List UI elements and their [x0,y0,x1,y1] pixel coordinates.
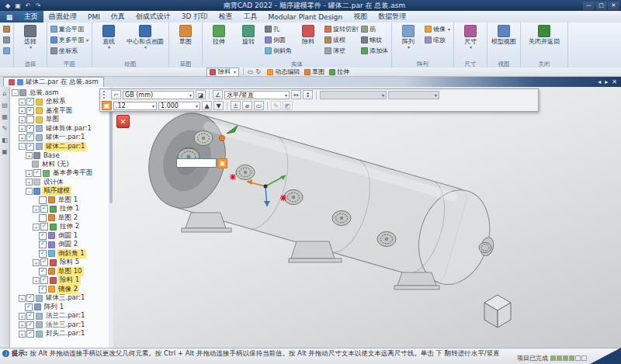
tree-item[interactable]: +✓拉伸 1 [10,205,113,214]
tree-item[interactable]: +Base [10,151,113,161]
lock-value-button[interactable]: ▣ [217,158,227,168]
ribbon-button-addbody[interactable]: 添加体 [359,45,390,56]
orientation-select[interactable]: 水平/竖直▾ [224,91,290,99]
cancel-command-button[interactable]: ✕ [116,115,130,128]
ribbon-button-closeret[interactable]: 关闭并返回 [522,23,566,59]
expand-toggle-icon[interactable]: + [19,321,26,328]
quick-item-sketch[interactable]: 草图 [304,68,324,76]
ribbon-button-draft[interactable]: 拔模 [323,34,359,45]
expand-toggle-icon[interactable]: + [26,152,33,159]
visibility-checkbox[interactable]: ✓ [39,268,47,276]
tree-item[interactable]: ✓草图 10 [10,267,113,276]
tree-item[interactable]: +✓除料 5 [10,258,113,268]
ribbon-button-mirror[interactable]: 镜像▾ [423,23,452,34]
precision-select[interactable]: .12▾ [113,102,157,110]
visibility-checkbox[interactable]: ✓ [39,241,47,248]
maximize-button[interactable]: ▢ [595,2,607,10]
tree-item[interactable]: +草图 [10,116,113,125]
ribbon-button-format[interactable] [2,45,12,56]
ribbon-button-paste[interactable] [2,23,12,34]
tree-item[interactable]: +✓罐体筒体.par:1 [10,124,113,133]
ribbon-tab-6[interactable]: 检查 [213,11,238,23]
ribbon-button-view[interactable]: 模型视图 [489,23,519,59]
horizontal-icon[interactable]: ↔ [291,90,301,99]
sketch-panel-icon[interactable]: ✎ [2,125,8,132]
ribbon-button-scale[interactable]: 缩放 [423,34,452,45]
ribbon-tab-0[interactable]: 主页 [19,11,43,23]
ribbon-button-dim[interactable]: 尺寸▾ [456,23,485,59]
layers-panel-icon[interactable]: ◧ [2,137,8,144]
pathfinder-panel-icon[interactable]: ▤ [2,102,8,109]
visibility-checkbox[interactable] [39,196,47,204]
ribbon-button-plane[interactable]: 重合平面 [49,23,90,34]
tab-prev-button[interactable]: ◂ [598,78,601,85]
ribbon-button-thread[interactable]: 螺纹 [359,34,390,45]
tree-item[interactable]: +✓法兰二.par:1 [10,312,113,321]
ribbon-button-rib[interactable]: 筋 [359,23,390,34]
app-icon[interactable]: ◆ [4,2,12,9]
tree-item[interactable]: ✓倒圆 2 [10,241,113,250]
visibility-checkbox[interactable]: ✓ [25,303,33,311]
ribbon-button-round[interactable]: 倒圆 [263,34,293,45]
tree-item[interactable]: +✓罐体一.par:1 [10,133,113,143]
ribbon-button-planes[interactable]: 更多平面▾ [49,34,90,45]
visibility-checkbox[interactable]: ✓ [26,125,34,133]
lock-icon[interactable]: ▣ [102,101,112,110]
ribbon-button-extrude[interactable]: 拉伸 [204,23,234,59]
expand-toggle-icon[interactable]: + [33,259,40,266]
tree-item[interactable]: 草图 2 [10,213,113,223]
visibility-checkbox[interactable]: ✓ [26,321,34,329]
ribbon-tab-10[interactable]: 数据管理 [373,11,411,23]
ribbon-tab-1[interactable]: 曲面处理 [43,11,82,23]
visibility-checkbox[interactable] [39,214,47,222]
expand-toggle-icon[interactable]: + [33,277,40,284]
dimension-standard-select[interactable]: GB (mm)▾ [123,91,194,99]
tree-item[interactable]: −总装.asm [10,88,113,98]
ribbon-tab-4[interactable]: 创成式设计 [130,11,176,23]
close-button[interactable]: ✕ [608,2,619,10]
expand-toggle-icon[interactable]: + [33,206,40,213]
visibility-checkbox[interactable]: ✓ [26,133,34,141]
ribbon-tab-3[interactable]: 仿真 [106,11,130,23]
viewport-canvas[interactable] [113,87,621,348]
tree-item[interactable]: +设计体 [10,178,113,187]
view-cube[interactable] [484,295,511,328]
expand-toggle-icon[interactable]: − [26,188,33,195]
tank-model[interactable] [138,104,511,328]
tree-item[interactable]: 草图 1 [10,196,113,205]
diameter-icon[interactable]: ⌀ [242,101,252,110]
expand-toggle-icon[interactable]: + [19,107,26,114]
active-command-combo[interactable]: 除料 ▾ [206,68,239,77]
visibility-checkbox[interactable]: ✓ [26,98,34,106]
expand-toggle-icon[interactable]: + [19,125,26,132]
quick-item-dynamic-edit[interactable]: 动态编辑 [267,68,300,76]
tree-item[interactable]: −✓罐体二.par:1 [10,142,113,151]
tree-item[interactable]: +✓除料 1 [10,276,113,286]
ribbon-button-pattern[interactable]: 阵列▾ [394,23,423,59]
prefix-icon[interactable]: ▭ [254,101,264,110]
vertical-icon[interactable]: ↕ [303,90,313,99]
drag-handle[interactable] [103,91,108,99]
expand-toggle-icon[interactable]: + [19,134,26,141]
decrease-icon[interactable]: ▼ [213,101,224,110]
ribbon-button-sketch[interactable]: 草图 [171,23,200,59]
dimension-value-input[interactable] [176,158,217,168]
tree-item[interactable]: ✓倒斜角 1 [10,249,113,258]
visibility-checkbox[interactable]: ✓ [39,232,47,240]
model-viewport[interactable] [113,87,621,348]
tree-item[interactable]: ✓阵列 1 [10,303,113,312]
expand-toggle-icon[interactable]: + [19,295,26,302]
ribbon-tab-8[interactable]: Modular Plant Design [262,11,348,23]
ribbon-button-cut[interactable]: 除料 [293,23,323,59]
ribbon-tab-7[interactable]: 工具 [238,11,262,23]
ribbon-button-circle[interactable]: 中心和点画圆▾ [123,23,167,59]
tab-close-button[interactable]: ✕ [612,78,617,85]
dimension-type-icon[interactable]: ⌐ [111,90,121,99]
dimension-axis-icon[interactable]: ∠ [213,90,223,99]
visibility-checkbox[interactable]: ✓ [26,294,34,302]
tree-item[interactable]: 材料 (无) [10,160,113,169]
quick-item-extrude[interactable]: 拉伸 [329,68,349,76]
expand-toggle-icon[interactable]: + [33,224,40,231]
ribbon-button-line[interactable]: 直线▾ [94,23,123,59]
modify-tool-icon[interactable]: ▭ [248,68,254,75]
